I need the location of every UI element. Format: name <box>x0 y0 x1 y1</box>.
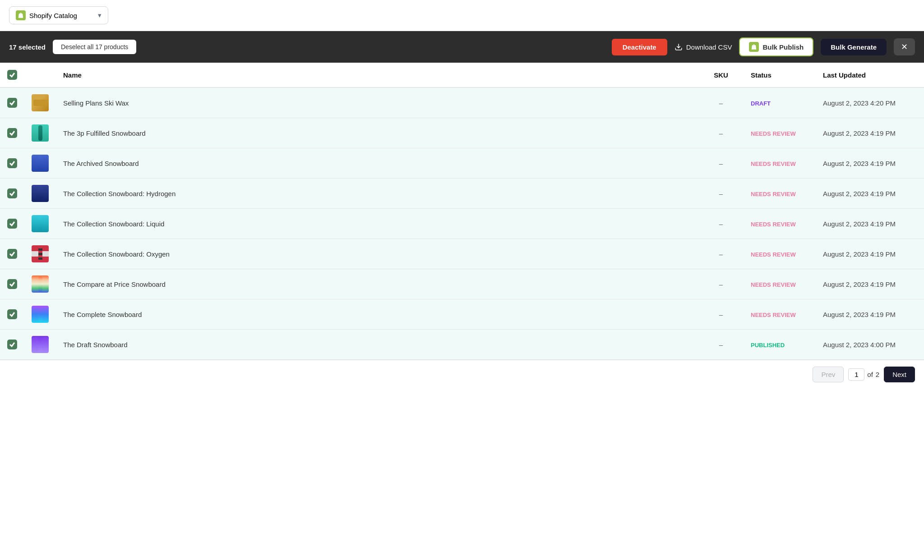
row-last-updated: August 2, 2023 4:19 PM <box>816 179 924 209</box>
sku-header: SKU <box>698 63 744 87</box>
table-row[interactable]: The Complete Snowboard – NEEDS REVIEW Au… <box>0 299 924 330</box>
row-checkbox[interactable] <box>7 279 17 289</box>
row-thumbnail-cell <box>24 179 56 209</box>
row-checkbox-cell[interactable] <box>0 209 24 239</box>
deactivate-button[interactable]: Deactivate <box>612 39 667 55</box>
checkmark-icon <box>9 72 15 78</box>
bulk-publish-label: Bulk Publish <box>762 43 804 51</box>
row-last-updated: August 2, 2023 4:19 PM <box>816 299 924 330</box>
next-button[interactable]: Next <box>884 367 915 382</box>
status-badge: NEEDS REVIEW <box>751 281 796 288</box>
checkmark-icon <box>9 100 15 106</box>
checkmark-icon <box>9 130 15 136</box>
product-thumbnail <box>32 215 49 232</box>
row-checkbox-cell[interactable] <box>0 299 24 330</box>
shopify-bag-svg2 <box>751 44 757 50</box>
row-checkbox-cell[interactable] <box>0 148 24 179</box>
row-last-updated: August 2, 2023 4:00 PM <box>816 330 924 360</box>
status-badge: NEEDS REVIEW <box>751 130 796 137</box>
table-header: Name SKU Status Last Updated <box>0 63 924 87</box>
table-row[interactable]: Selling Plans Ski Wax – DRAFT August 2, … <box>0 87 924 118</box>
row-checkbox[interactable] <box>7 219 17 229</box>
row-thumbnail-cell <box>24 269 56 299</box>
status-badge: NEEDS REVIEW <box>751 312 796 318</box>
row-checkbox-cell[interactable] <box>0 179 24 209</box>
prev-button[interactable]: Prev <box>813 367 844 382</box>
row-checkbox[interactable] <box>7 309 17 319</box>
download-csv-button[interactable]: Download CSV <box>675 43 732 51</box>
row-status: NEEDS REVIEW <box>744 239 816 269</box>
row-sku: – <box>698 118 744 148</box>
row-thumbnail-cell <box>24 118 56 148</box>
row-checkbox[interactable] <box>7 158 17 168</box>
row-sku: – <box>698 148 744 179</box>
row-name[interactable]: Selling Plans Ski Wax <box>56 87 698 118</box>
checkmark-icon <box>9 311 15 317</box>
status-header: Status <box>744 63 816 87</box>
row-name[interactable]: The Collection Snowboard: Liquid <box>56 209 698 239</box>
row-sku: – <box>698 179 744 209</box>
checkmark-icon <box>9 160 15 166</box>
row-name[interactable]: The Archived Snowboard <box>56 148 698 179</box>
row-checkbox-cell[interactable] <box>0 330 24 360</box>
table-row[interactable]: The Collection Snowboard: Oxygen – NEEDS… <box>0 239 924 269</box>
catalog-dropdown[interactable]: Shopify Catalog ▾ <box>9 6 108 24</box>
row-checkbox[interactable] <box>7 128 17 138</box>
table-body: Selling Plans Ski Wax – DRAFT August 2, … <box>0 87 924 360</box>
row-status: NEEDS REVIEW <box>744 299 816 330</box>
selected-count: 17 selected <box>9 43 46 51</box>
table-row[interactable]: The Draft Snowboard – PUBLISHED August 2… <box>0 330 924 360</box>
row-checkbox[interactable] <box>7 249 17 259</box>
action-bar: 17 selected Deselect all 17 products Dea… <box>0 31 924 63</box>
catalog-bar: Shopify Catalog ▾ <box>0 0 924 31</box>
close-button[interactable]: ✕ <box>894 38 915 55</box>
row-checkbox-cell[interactable] <box>0 87 24 118</box>
product-thumbnail <box>32 336 49 353</box>
row-sku: – <box>698 239 744 269</box>
shopify-icon <box>16 10 26 20</box>
row-name[interactable]: The Complete Snowboard <box>56 299 698 330</box>
row-checkbox[interactable] <box>7 98 17 108</box>
product-thumbnail <box>32 94 49 111</box>
row-name[interactable]: The Draft Snowboard <box>56 330 698 360</box>
row-sku: – <box>698 87 744 118</box>
bulk-publish-button[interactable]: Bulk Publish <box>739 37 813 56</box>
shopify-bag-svg <box>18 12 24 18</box>
table-row[interactable]: The 3p Fulfilled Snowboard – NEEDS REVIE… <box>0 118 924 148</box>
status-badge: NEEDS REVIEW <box>751 161 796 167</box>
checkmark-icon <box>9 190 15 197</box>
row-name[interactable]: The Compare at Price Snowboard <box>56 269 698 299</box>
row-sku: – <box>698 299 744 330</box>
row-checkbox[interactable] <box>7 340 17 349</box>
select-all-header[interactable] <box>0 63 24 87</box>
page-info: of 2 <box>848 368 879 381</box>
row-status: NEEDS REVIEW <box>744 209 816 239</box>
row-checkbox-cell[interactable] <box>0 269 24 299</box>
table-row[interactable]: The Collection Snowboard: Hydrogen – NEE… <box>0 179 924 209</box>
table-row[interactable]: The Compare at Price Snowboard – NEEDS R… <box>0 269 924 299</box>
product-thumbnail <box>32 306 49 323</box>
row-checkbox-cell[interactable] <box>0 239 24 269</box>
table-row[interactable]: The Collection Snowboard: Liquid – NEEDS… <box>0 209 924 239</box>
row-checkbox-cell[interactable] <box>0 118 24 148</box>
product-thumbnail <box>32 124 49 142</box>
row-name[interactable]: The Collection Snowboard: Hydrogen <box>56 179 698 209</box>
status-badge: NEEDS REVIEW <box>751 251 796 258</box>
name-header: Name <box>56 63 698 87</box>
deselect-all-button[interactable]: Deselect all 17 products <box>53 40 136 54</box>
table-row[interactable]: The Archived Snowboard – NEEDS REVIEW Au… <box>0 148 924 179</box>
page-input[interactable] <box>848 368 864 381</box>
row-last-updated: August 2, 2023 4:19 PM <box>816 118 924 148</box>
row-checkbox[interactable] <box>7 188 17 198</box>
row-last-updated: August 2, 2023 4:20 PM <box>816 87 924 118</box>
last-updated-header: Last Updated <box>816 63 924 87</box>
product-thumbnail <box>32 245 49 262</box>
row-thumbnail-cell <box>24 148 56 179</box>
row-name[interactable]: The 3p Fulfilled Snowboard <box>56 118 698 148</box>
download-icon <box>675 43 683 51</box>
select-all-checkbox[interactable] <box>7 70 17 80</box>
bulk-generate-button[interactable]: Bulk Generate <box>821 39 887 55</box>
product-thumbnail <box>32 185 49 202</box>
row-status: PUBLISHED <box>744 330 816 360</box>
row-name[interactable]: The Collection Snowboard: Oxygen <box>56 239 698 269</box>
